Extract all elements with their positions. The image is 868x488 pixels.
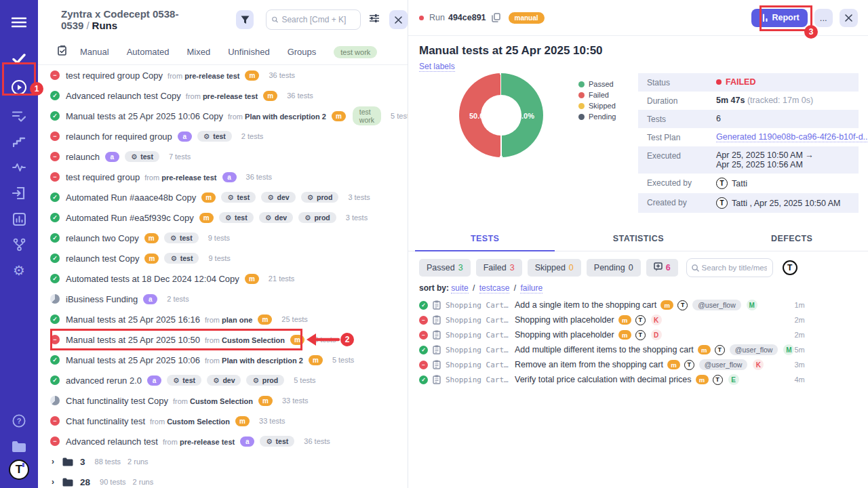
runs-search[interactable] — [266, 9, 361, 30]
tests-search-input[interactable] — [702, 264, 767, 272]
sign-in-icon[interactable] — [0, 180, 38, 206]
run-tests-count: 5 tests — [294, 376, 315, 384]
set-labels-link[interactable]: Set labels — [419, 62, 455, 72]
gear-icon: ⚙ — [266, 437, 272, 445]
test-row[interactable]: ✓Shopping Cart…Add a single item to the … — [408, 298, 868, 312]
detail-close-button[interactable] — [840, 9, 858, 27]
test-row[interactable]: ✓Shopping Cart…Verify total price calcul… — [408, 372, 868, 387]
runs-close-button[interactable] — [389, 10, 408, 29]
run-row[interactable]: ✓Automated tests at 18 Dec 2024 12:04 Co… — [38, 268, 408, 289]
run-row[interactable]: ✓Manual tests at 25 Apr 2025 16:16from p… — [38, 309, 408, 329]
checklist-icon[interactable] — [58, 45, 68, 58]
help-icon[interactable]: ? — [0, 408, 38, 434]
report-button[interactable]: Report — [751, 9, 807, 27]
steps-icon[interactable] — [0, 129, 38, 155]
folder-icon[interactable] — [0, 434, 38, 460]
run-row[interactable]: ✓advanced rerun 2.0a⚙ test⚙ dev⚙ prod5 t… — [38, 370, 408, 390]
user-avatar[interactable]: T — [783, 260, 797, 275]
run-type-badge-m: m — [144, 253, 159, 264]
run-row[interactable]: −Advanced relaunch testfrom pre-release … — [38, 431, 408, 451]
section-title: Runs — [92, 20, 118, 31]
filter-button[interactable] — [236, 10, 254, 29]
list-check-icon[interactable] — [0, 103, 38, 129]
run-row[interactable]: iBusiness Fundinga2 tests — [38, 289, 408, 309]
menu-icon[interactable] — [0, 9, 38, 35]
detail-tab-defects[interactable]: DEFECTS — [715, 227, 868, 251]
run-letter-chip: M — [747, 300, 757, 310]
run-row[interactable]: ✓relaunch two Copym⚙ test9 tests — [38, 228, 408, 248]
from-plan-name: pre-release test — [161, 174, 216, 182]
run-type-badge-m: m — [235, 416, 250, 426]
run-row[interactable]: −Chat functinality testfrom Custom Selec… — [38, 411, 408, 431]
tab-manual[interactable]: Manual — [80, 47, 109, 57]
detail-tab-statistics[interactable]: STATISTICS — [561, 227, 715, 251]
test-title: Shopping with placeholder — [515, 330, 614, 340]
run-row-title: Manual tests at 25 Apr 2025 10:06 — [66, 355, 200, 365]
chip-pending[interactable]: Pending 0 — [587, 259, 641, 277]
runs-search-input[interactable] — [281, 15, 355, 24]
more-button[interactable]: ... — [814, 9, 833, 27]
check-icon[interactable] — [0, 46, 38, 72]
sort-link-testcase[interactable]: testcase — [479, 283, 510, 293]
chip-failed[interactable]: Failed 3 — [476, 259, 522, 277]
play-circle-icon[interactable] — [0, 72, 38, 103]
run-row[interactable]: ✓Manual tests at 25 Apr 2025 10:06from P… — [38, 350, 408, 370]
tab-mixed[interactable]: Mixed — [187, 47, 211, 57]
run-row[interactable]: −test required groupfrom pre-release tes… — [38, 167, 408, 187]
run-row[interactable]: −relaunch for required groupa⚙ test2 tes… — [38, 126, 408, 146]
run-row[interactable]: ✓Advanced relaunch test Copyfrom pre-rel… — [38, 85, 408, 106]
gear-icon: ⚙ — [170, 254, 176, 262]
sidebar: ⚙ ? T — [0, 0, 38, 488]
pulse-icon[interactable] — [0, 155, 38, 180]
run-tests-count: 9 tests — [208, 254, 230, 262]
detail-tab-tests[interactable]: TESTS — [408, 227, 561, 251]
gear-icon[interactable]: ⚙ — [0, 258, 38, 283]
env-chip-test: ⚙ test — [164, 253, 199, 264]
chip-comments[interactable]: 6 — [646, 259, 678, 277]
run-status-dot — [419, 16, 424, 20]
chip-passed[interactable]: Passed 3 — [419, 259, 471, 277]
run-row-title: iBusiness Funding — [66, 294, 138, 304]
folder-row[interactable]: ›388 tests2 runs — [38, 451, 408, 472]
test-row[interactable]: −Shopping Cart…Shopping with placeholder… — [408, 312, 868, 327]
sort-link-failure[interactable]: failure — [520, 283, 542, 293]
run-row[interactable]: Chat functinality test Copyfrom Custom S… — [38, 390, 408, 411]
run-row[interactable]: ✓Manual tests at 25 Apr 2025 10:06 Copyf… — [38, 106, 408, 126]
from-label: from — [144, 174, 161, 182]
sliders-icon[interactable] — [369, 14, 380, 26]
folder-row[interactable]: ›2890 tests2 runs — [38, 472, 408, 488]
run-row-title: relaunch test Copy — [66, 253, 139, 264]
run-row[interactable]: ✓Automated Run #ea5f939c Copym⚙ test⚙ de… — [38, 207, 408, 228]
copy-icon[interactable] — [492, 13, 500, 22]
tab-groups[interactable]: Groups — [288, 47, 317, 57]
logo-avatar[interactable]: T — [9, 460, 29, 480]
run-row[interactable]: −Manual tests at 25 Apr 2025 10:50from C… — [38, 329, 408, 350]
run-from: from pre-release test — [163, 435, 235, 447]
test-plan-link[interactable]: Generated 1190e08b-ca96-4f26-b10f-d... — [716, 132, 868, 142]
tab-automated[interactable]: Automated — [127, 47, 170, 57]
detail-tabs: TESTSSTATISTICSDEFECTS — [408, 227, 868, 251]
run-row[interactable]: ✓relaunch test Copym⚙ test9 tests — [38, 248, 408, 268]
sort-link-suite[interactable]: suite — [451, 283, 468, 293]
runs-list: −test required group Copyfrom pre-releas… — [38, 65, 408, 488]
test-row[interactable]: ✓Shopping Cart…Add multiple different it… — [408, 342, 868, 357]
chevron-right-icon[interactable]: › — [52, 477, 54, 487]
chevron-right-icon[interactable]: › — [52, 457, 54, 466]
legend-dot — [578, 114, 585, 120]
tests-search[interactable] — [686, 258, 773, 277]
bar-chart-icon[interactable] — [0, 206, 38, 232]
tab-unfinished[interactable]: Unfinished — [228, 47, 269, 57]
run-type-badge-a: a — [178, 131, 192, 142]
chip-skipped[interactable]: Skipped 0 — [528, 259, 581, 277]
assignee-avatar: T — [677, 300, 688, 310]
run-row[interactable]: −test required group Copyfrom pre-releas… — [38, 65, 408, 85]
run-row[interactable]: ✓Automated Run #aaace48b Copym⚙ test⚙ de… — [38, 187, 408, 207]
run-letter-chip: M — [783, 344, 794, 355]
user-value: TTatti — [716, 178, 747, 189]
filter-label-chip[interactable]: test work — [334, 46, 377, 58]
run-row[interactable]: −relauncha⚙ test7 tests — [38, 146, 408, 167]
assignee-avatar: T — [684, 360, 694, 370]
test-row[interactable]: −Shopping Cart…Remove an item from the s… — [408, 357, 868, 372]
test-row[interactable]: −Shopping Cart…Shopping with placeholder… — [408, 327, 868, 342]
branch-icon[interactable] — [0, 232, 38, 258]
